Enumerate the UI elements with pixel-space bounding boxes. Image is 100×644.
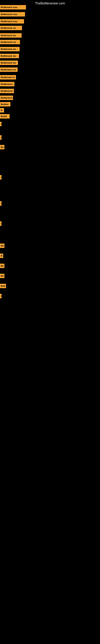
bar-item-5: Bottleneck res	[0, 33, 22, 38]
bar-item-17: Bottle	[0, 114, 10, 118]
bar-item-20: Bo	[0, 145, 4, 149]
bar-item-9: Bottleneck res	[0, 60, 18, 65]
bar-item-3: Bottleneck resu	[0, 19, 24, 24]
bar-item-7: Bottleneck res	[0, 47, 20, 51]
bar-item-14: Bottleneck d	[0, 96, 13, 100]
bar-item-6: Bottleneck res	[0, 40, 20, 44]
bar-item-1: Bottleneck resu	[0, 5, 26, 10]
bar-item-29: |	[0, 294, 1, 298]
bar-item-4: Bottleneck res	[0, 26, 22, 30]
bar-item-13: Bottleneck r	[0, 89, 14, 93]
bar-item-23: |	[0, 222, 1, 226]
bar-item-22: |	[0, 201, 1, 206]
bar-item-10: Bottleneck res	[0, 68, 18, 72]
bar-item-19: |	[0, 135, 1, 140]
bar-item-16: B	[0, 108, 4, 112]
bar-item-27: Bo	[0, 274, 4, 278]
bar-item-28: Bott	[0, 284, 6, 288]
bar-item-21: |	[0, 175, 1, 180]
bar-item-2: Bottleneck resu	[0, 12, 25, 16]
bar-item-18: |	[0, 122, 1, 126]
bar-item-12: Bottleneck r	[0, 82, 14, 86]
bar-item-15: Bottlen	[0, 102, 10, 106]
bar-item-8: Bottleneck res	[0, 54, 19, 58]
bar-item-24: Bo	[0, 244, 4, 248]
bar-item-25: B	[0, 254, 3, 258]
bar-item-26: Bo	[0, 264, 4, 268]
bar-item-11: Bottleneck re	[0, 75, 16, 80]
